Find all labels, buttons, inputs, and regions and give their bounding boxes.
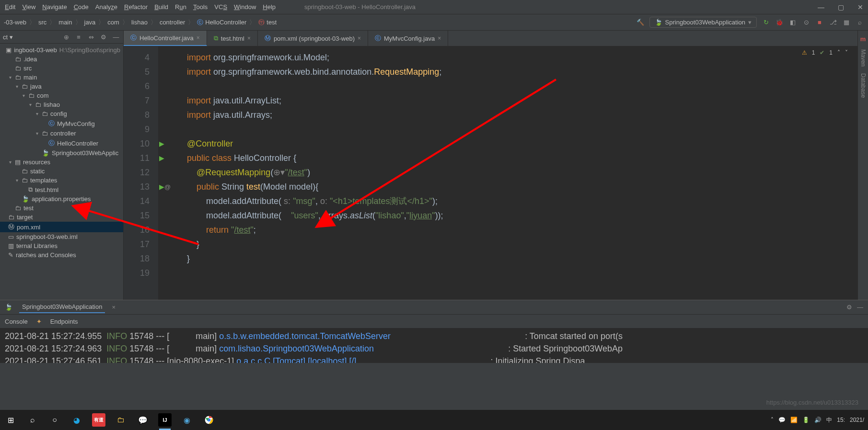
console-output[interactable]: 2021-08-21 15:27:24.955 INFO 15748 --- [… [0,328,868,363]
stop-icon[interactable]: ■ [815,18,824,27]
tree-item-src[interactable]: 🗀src [0,64,123,73]
tree-item-mymvcconfig[interactable]: ⓒMyMvcConfig [0,118,123,129]
tree-item-ratches-and-consoles[interactable]: ✎ratches and Consoles [0,250,123,260]
git-icon[interactable]: ⎇ [829,18,837,27]
tree-item-ingboot-03-web[interactable]: ▣ingboot-03-web H:\SpringBoot\springb [0,45,123,55]
wechat-icon[interactable]: 💬 [136,413,150,427]
gutter[interactable]: 45678910111213141516171819 [124,46,158,300]
menu-vcs[interactable]: VCS [214,3,227,11]
intellij-icon[interactable]: IJ [158,413,172,427]
code-content[interactable]: import org.springframework.ui.Model; imp… [158,46,443,300]
menu-tools[interactable]: Tools [193,3,208,11]
tree-item-ternal-libraries[interactable]: ▥ternal Libraries [0,241,123,250]
run-hide-icon[interactable]: — [857,304,863,311]
crumb-5[interactable]: lishao [131,19,148,26]
tray-ime-icon[interactable]: 中 [826,416,832,424]
expand-icon[interactable]: ≡ [74,33,83,41]
select-opened-icon[interactable]: ⊕ [62,33,70,41]
run-line-icon[interactable]: ▶ [159,183,164,191]
start-icon[interactable]: ⊞ [4,413,17,427]
structure-icon[interactable]: ▦ [842,18,851,27]
tray-date[interactable]: 2021/ [850,417,864,423]
tree-item-pom-xml[interactable]: Ⓜpom.xml [0,222,123,232]
tree-item-templates[interactable]: ▾🗀templates [0,176,123,185]
explorer-icon[interactable]: 🗀 [114,413,127,427]
close-tab-icon[interactable]: × [197,34,200,41]
tab-mymvcconfig[interactable]: ⓒMyMvcConfig.java× [368,31,448,46]
menu-view[interactable]: View [22,3,35,11]
tree-item-springboot-03-web-iml[interactable]: ▭springboot-03-web.iml [0,232,123,241]
youdao-icon[interactable]: 有道 [92,413,105,427]
search-icon[interactable]: ⌕ [856,18,864,27]
crumb-7[interactable]: HelloController [205,19,246,26]
crumb-3[interactable]: java [84,19,96,26]
tree-item-target[interactable]: 🗀target [0,213,123,222]
up-icon[interactable]: ˄ [837,49,840,56]
database-tool[interactable]: Database [860,73,867,98]
profile-icon[interactable]: ⊙ [802,18,810,27]
tree-item-com[interactable]: ▾🗀com [0,91,123,100]
edge-icon[interactable]: ◕ [70,413,83,427]
close-tab-icon[interactable]: × [358,35,361,42]
console-tab[interactable]: Console [5,318,28,325]
run-config-selector[interactable]: 🍃 Springboot03WebApplication ▾ [649,17,757,28]
tree-item--idea[interactable]: 🗀.idea [0,55,123,64]
menu-help[interactable]: Help [263,3,276,11]
hide-icon[interactable]: — [112,33,120,41]
menu-code[interactable]: Code [74,3,89,11]
tray-chevron-icon[interactable]: ˄ [771,417,774,423]
run-line-icon[interactable]: ▶ [159,140,164,147]
endpoints-tab[interactable]: Endpoints [50,318,78,325]
project-selector[interactable]: ct ▾ [3,34,13,41]
tree-item-application-properties[interactable]: 🍃application.properties [0,194,123,204]
run-icon[interactable]: ↻ [762,18,770,27]
run-settings-icon[interactable]: ⚙ [846,304,852,311]
tray-time[interactable]: 15: [837,417,845,423]
build-icon[interactable]: 🔨 [636,18,645,27]
search-taskbar-icon[interactable]: ⌕ [26,413,39,427]
crumb-1[interactable]: src [38,19,46,26]
crumb-0[interactable]: -03-web [4,19,26,26]
tab-hellocontroller[interactable]: ⓒHelloController.java× [124,31,207,46]
crumb-6[interactable]: controller [160,19,185,26]
crumb-2[interactable]: main [58,19,72,26]
tree-item-main[interactable]: ▾🗀main [0,73,123,82]
maven-m-icon[interactable]: m [860,35,866,43]
tree-item-lishao[interactable]: ▾🗀lishao [0,100,123,109]
crumb-4[interactable]: com [107,19,119,26]
gear-icon[interactable]: ⚙ [99,33,108,41]
tray-wechat-icon[interactable]: 💬 [778,417,786,423]
menu-run[interactable]: Run [175,3,186,11]
tray-volume-icon[interactable]: 🔊 [814,417,822,423]
close-icon[interactable]: ✕ [857,3,863,11]
close-tab-icon[interactable]: × [438,35,441,42]
menu-navigate[interactable]: Navigate [42,3,67,11]
coverage-icon[interactable]: ◧ [788,18,797,27]
tray-battery-icon[interactable]: 🔋 [802,417,810,423]
tree-item-springboot03webapplic[interactable]: 🍃Springboot03WebApplic [0,148,123,158]
tab-testhtml[interactable]: ⧉test.html× [207,31,258,46]
minimize-icon[interactable]: — [818,3,824,11]
close-tab-icon[interactable]: × [247,35,251,42]
tree-item-config[interactable]: ▾🗀config [0,109,123,118]
tree-item-hellocontroller[interactable]: ⓒHelloController [0,138,123,148]
check-icon[interactable]: ✔ [820,49,824,56]
tree-item-resources[interactable]: ▾▤resources [0,158,123,167]
down-icon[interactable]: ˅ [845,49,848,56]
collapse-icon[interactable]: ⇔ [87,33,95,41]
browser-icon[interactable]: ◉ [180,413,194,427]
tree-item-test-html[interactable]: ⧉test.html [0,185,123,194]
menu-edit[interactable]: Edit [5,3,15,11]
maven-tool[interactable]: Maven [860,49,867,67]
tree-item-test[interactable]: 🗀test [0,204,123,213]
run-line-icon[interactable]: ▶ [159,154,164,162]
run-tab-app[interactable]: Springboot03WebApplication [19,301,105,313]
debug-icon[interactable]: 🐞 [775,18,784,27]
menu-build[interactable]: Build [154,3,168,11]
project-tree[interactable]: ▣ingboot-03-web H:\SpringBoot\springb🗀.i… [0,44,123,300]
code-area[interactable]: ⚠1 ✔1 ˄ ˅ 45678910111213141516171819 ▶ ▶… [124,46,857,300]
tree-item-java[interactable]: ▾🗀java [0,82,123,91]
tab-pomxml[interactable]: Ⓜpom.xml (springboot-03-web)× [258,31,368,46]
crumb-8[interactable]: test [266,19,277,26]
menu-analyze[interactable]: Analyze [95,3,117,11]
